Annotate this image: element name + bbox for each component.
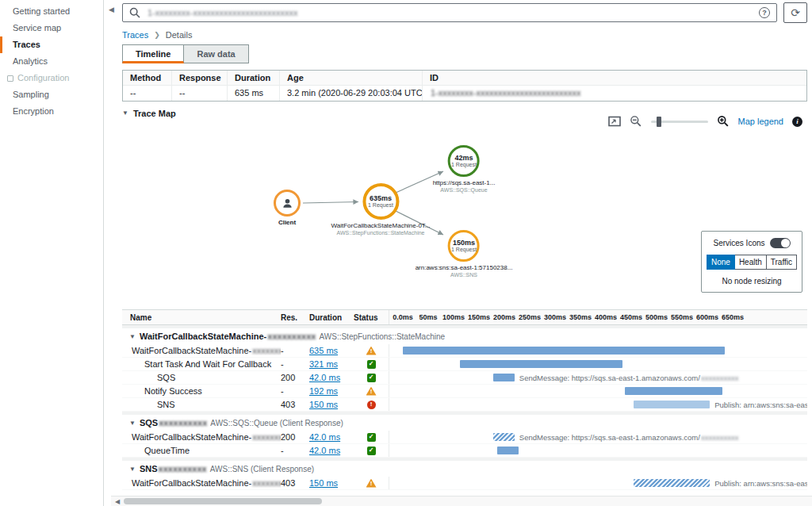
map-node-client[interactable]: Client (274, 190, 301, 226)
bar-annotation: Publish: arn:aws:sns:sa-east-1xxx (714, 401, 807, 409)
node-request-count: 1 Request (368, 202, 393, 209)
node-label: WaitForCallbackStateMachine-0T... (331, 222, 430, 229)
zoom-slider-thumb[interactable] (657, 117, 661, 127)
segment-name: WaitForCallbackStateMachine- (132, 432, 251, 442)
timeline-row: WaitForCallbackStateMachine-xxxxxxxx2004… (122, 431, 807, 444)
node-circle (274, 190, 301, 217)
sidebar: Getting startedService mapTracesAnalytic… (0, 0, 104, 506)
scrollbar-thumb[interactable] (124, 498, 322, 504)
person-icon (282, 197, 293, 209)
timeline-chart-cell (389, 358, 807, 370)
duration-link[interactable]: 42.0 ms (309, 432, 354, 442)
search-icon (129, 7, 140, 18)
node-service-type: AWS::SNS (416, 272, 513, 278)
redacted-text: xxxxxxxx (252, 346, 281, 355)
duration-link[interactable]: 321 ms (309, 359, 354, 369)
status-cell: ✓ (354, 433, 389, 442)
warning-icon: ! (366, 479, 377, 488)
caret-down-icon: ▼ (122, 466, 140, 473)
help-icon[interactable]: ? (759, 7, 770, 18)
summary-header-duration: Duration (228, 71, 280, 86)
zoom-out-icon[interactable] (630, 115, 642, 128)
duration-link[interactable]: 192 ms (309, 386, 354, 396)
summary-header-age: Age (280, 71, 423, 86)
mode-button-none[interactable]: None (707, 255, 735, 270)
fullscreen-icon[interactable] (608, 116, 621, 127)
sidebar-item-getting-started[interactable]: Getting started (0, 3, 103, 20)
timeline-bar[interactable] (497, 447, 519, 454)
segment-name-cell: WaitForCallbackStateMachine-xxxxxxxx (122, 346, 281, 355)
tab-raw-data[interactable]: Raw data (184, 44, 248, 63)
duration-link[interactable]: 150 ms (309, 400, 354, 409)
timeline-group-header-sns[interactable]: ▼SNSxxxxxxxxxxAWS::SNS (Client Response) (122, 461, 807, 477)
timeline-group-header-waitforcallbackstatemachine[interactable]: ▼WaitForCallbackStateMachine-xxxxxxxxxxA… (122, 328, 807, 344)
zoom-in-icon[interactable] (717, 115, 730, 128)
sidebar-item-configuration[interactable]: Configuration (0, 70, 103, 86)
bar-annotation: Publish: arn:aws:sns:sa-east-1xxx (714, 479, 807, 488)
node-duration: 150ms (453, 239, 475, 247)
info-icon[interactable]: i (792, 117, 802, 127)
ok-icon: ✓ (367, 360, 376, 369)
summary-header-method: Method (123, 71, 172, 86)
timeline-chart-cell: Publish: arn:aws:sns:sa-east-1xxx (389, 477, 807, 489)
sidebar-item-sampling[interactable]: Sampling (0, 86, 103, 103)
duration-link[interactable]: 150 ms (309, 478, 354, 488)
segment-name-cell: QueueTime (122, 446, 281, 455)
zoom-slider[interactable] (651, 121, 708, 123)
search-query: 1-xxxxxxxx-xxxxxxxxxxxxxxxxxxxxxxxx (147, 8, 297, 17)
duration-link[interactable]: 635 ms (309, 346, 354, 355)
scroll-left-icon[interactable]: ◀ (111, 498, 124, 505)
response-code: 200 (281, 373, 309, 382)
sidebar-item-analytics[interactable]: Analytics (0, 53, 103, 70)
timeline-bar[interactable] (460, 360, 622, 368)
segment-name-cell: SNS (122, 400, 281, 409)
response-code: 403 (281, 400, 309, 409)
timeline-bar[interactable] (634, 401, 710, 408)
horizontal-scrollbar[interactable]: ◀ (111, 496, 812, 506)
response-code: - (281, 359, 309, 369)
sidebar-item-service-map[interactable]: Service map (0, 20, 103, 36)
duration-link[interactable]: 42.0 ms (309, 373, 354, 382)
refresh-button[interactable]: ⟳ (783, 2, 807, 23)
sidebar-collapse-button[interactable]: ◀ (105, 3, 117, 16)
timeline-table-header: Name Res. Duration Status 0.0ms50ms100ms… (122, 309, 807, 325)
caret-down-icon: ▼ (122, 109, 128, 117)
timeline-bar[interactable] (625, 387, 722, 395)
map-node-sns[interactable]: 150ms1 Requestarn:aws:sns:sa-east-1:5715… (416, 230, 513, 278)
map-legend-link[interactable]: Map legend (738, 117, 784, 126)
response-code: - (281, 386, 309, 396)
response-code: - (281, 346, 309, 355)
response-code: - (281, 446, 309, 455)
warning-icon: ! (366, 347, 377, 355)
time-tick: 450ms (620, 313, 642, 321)
timeline-row: WaitForCallbackStateMachine-xxxxxxxx4031… (122, 477, 807, 490)
timeline-bar[interactable] (634, 479, 710, 487)
trace-search-box[interactable]: 1-xxxxxxxx-xxxxxxxxxxxxxxxxxxxxxxxx ? (122, 3, 777, 22)
mode-button-traffic[interactable]: Traffic (767, 255, 797, 270)
tab-timeline[interactable]: Timeline (122, 44, 184, 63)
ok-icon: ✓ (367, 447, 376, 455)
time-tick: 600ms (696, 313, 718, 321)
sidebar-item-traces[interactable]: Traces (0, 36, 103, 53)
group-service-type: AWS::SNS (Client Response) (210, 465, 314, 473)
services-icons-toggle[interactable] (770, 238, 791, 248)
timeline-row: WaitForCallbackStateMachine-xxxxxxxx-635… (122, 344, 807, 358)
duration-link[interactable]: 42.0 ms (309, 446, 354, 455)
timeline-bar[interactable] (493, 433, 515, 441)
segment-name: SNS (157, 400, 175, 409)
sidebar-item-label: Encryption (13, 106, 54, 116)
sidebar-item-encryption[interactable]: Encryption (0, 103, 103, 120)
timeline-chart-cell (389, 344, 807, 357)
ok-icon: ✓ (367, 374, 376, 382)
mode-button-health[interactable]: Health (735, 255, 767, 270)
status-cell: ! (354, 347, 389, 355)
breadcrumb-current: Details (166, 30, 193, 40)
sidebar-item-label: Service map (13, 23, 61, 33)
breadcrumb-traces-link[interactable]: Traces (122, 30, 148, 40)
timeline-bar[interactable] (403, 347, 725, 355)
timeline-bar[interactable] (493, 374, 515, 381)
map-node-sqs[interactable]: 42ms1 Requesthttps://sqs.sa-east-1...AWS… (433, 145, 496, 193)
services-icons-row: Services Icons (707, 238, 797, 248)
timeline-group-header-sqs[interactable]: ▼SQSxxxxxxxxxxAWS::SQS::Queue (Client Re… (122, 415, 807, 431)
map-node-statemachine[interactable]: 635ms1 RequestWaitForCallbackStateMachin… (331, 183, 430, 236)
